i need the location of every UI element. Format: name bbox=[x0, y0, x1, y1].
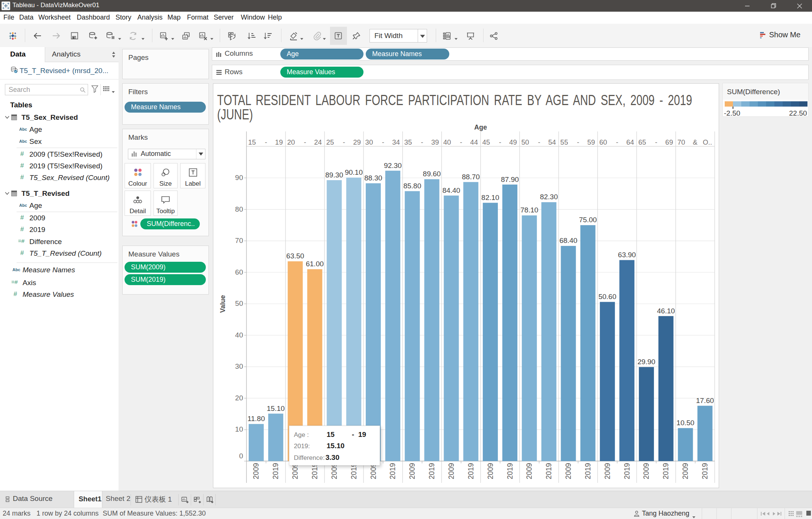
svg-text:2009: 2009 bbox=[525, 463, 533, 479]
svg-text:70: 70 bbox=[235, 237, 243, 244]
svg-text:30: 30 bbox=[365, 138, 373, 146]
svg-text:89.60: 89.60 bbox=[423, 170, 441, 178]
svg-text:-: - bbox=[577, 138, 579, 146]
svg-text:-: - bbox=[421, 138, 423, 146]
svg-text:Value: Value bbox=[219, 295, 227, 313]
svg-text:92.30: 92.30 bbox=[384, 162, 402, 169]
svg-text:60: 60 bbox=[235, 268, 243, 276]
svg-text:&: & bbox=[693, 138, 698, 146]
svg-text:82.10: 82.10 bbox=[481, 194, 499, 201]
svg-text:24: 24 bbox=[314, 138, 322, 146]
svg-text:54: 54 bbox=[548, 138, 556, 146]
svg-text:2019: 2019 bbox=[427, 463, 436, 479]
svg-text:63.90: 63.90 bbox=[618, 251, 636, 259]
svg-text:88.70: 88.70 bbox=[462, 173, 480, 181]
svg-text:89.30: 89.30 bbox=[325, 171, 344, 179]
svg-text:63.50: 63.50 bbox=[286, 252, 304, 260]
svg-text:68.40: 68.40 bbox=[560, 237, 578, 244]
svg-text:-: - bbox=[655, 138, 657, 146]
svg-text:2009: 2009 bbox=[681, 463, 689, 479]
svg-text:80: 80 bbox=[235, 205, 243, 213]
svg-text:Age: Age bbox=[474, 124, 487, 131]
svg-text:-: - bbox=[304, 138, 306, 146]
svg-text:49: 49 bbox=[509, 138, 517, 146]
svg-text:10: 10 bbox=[235, 425, 243, 433]
svg-text:29: 29 bbox=[353, 138, 361, 146]
svg-text:15.10: 15.10 bbox=[267, 405, 285, 412]
svg-text:65: 65 bbox=[639, 138, 646, 146]
svg-text:30: 30 bbox=[235, 362, 243, 370]
svg-text:78.10: 78.10 bbox=[520, 206, 538, 214]
svg-text:84.40: 84.40 bbox=[442, 186, 461, 194]
svg-text:50: 50 bbox=[521, 138, 529, 146]
svg-text:39: 39 bbox=[431, 138, 439, 146]
svg-text:2019: 2019 bbox=[661, 463, 670, 479]
svg-text:20: 20 bbox=[287, 138, 295, 146]
svg-text:34: 34 bbox=[392, 138, 400, 146]
svg-text:2019: 2019 bbox=[271, 463, 280, 479]
svg-text:69: 69 bbox=[665, 138, 673, 146]
svg-text:40: 40 bbox=[443, 138, 451, 146]
svg-text:35: 35 bbox=[404, 138, 412, 146]
svg-text:2019: 2019 bbox=[701, 463, 709, 479]
svg-text:46.10: 46.10 bbox=[657, 307, 675, 315]
svg-text:75.00: 75.00 bbox=[579, 216, 597, 224]
svg-text:-: - bbox=[538, 138, 540, 146]
svg-text:-: - bbox=[499, 138, 501, 146]
svg-text:82.30: 82.30 bbox=[540, 193, 558, 201]
svg-text:-: - bbox=[382, 138, 384, 146]
svg-text:61.00: 61.00 bbox=[306, 260, 324, 268]
svg-text:2019: 2019 bbox=[544, 463, 553, 479]
svg-text:-: - bbox=[343, 138, 345, 146]
svg-text:55: 55 bbox=[560, 138, 568, 146]
svg-text:70: 70 bbox=[677, 138, 685, 146]
svg-text:2009: 2009 bbox=[252, 463, 260, 479]
svg-text:-: - bbox=[460, 138, 462, 146]
svg-text:45: 45 bbox=[482, 138, 490, 146]
svg-text:15: 15 bbox=[248, 138, 256, 146]
svg-text:11.80: 11.80 bbox=[248, 415, 265, 423]
svg-text:10.50: 10.50 bbox=[677, 419, 695, 427]
svg-text:90: 90 bbox=[235, 174, 243, 182]
svg-text:40: 40 bbox=[235, 331, 243, 339]
svg-text:2019: 2019 bbox=[388, 463, 397, 479]
svg-text:2009: 2009 bbox=[486, 463, 494, 479]
svg-text:-: - bbox=[616, 138, 618, 146]
svg-text:2019: 2019 bbox=[467, 463, 475, 479]
svg-text:59: 59 bbox=[587, 138, 595, 146]
svg-text:2009: 2009 bbox=[642, 463, 650, 479]
svg-text:0: 0 bbox=[239, 452, 243, 460]
svg-text:2019: 2019 bbox=[506, 463, 514, 479]
svg-text:85.80: 85.80 bbox=[403, 182, 421, 190]
svg-text:60: 60 bbox=[599, 138, 607, 146]
svg-text:44: 44 bbox=[470, 138, 478, 146]
svg-text:20: 20 bbox=[235, 394, 243, 402]
svg-text:2019: 2019 bbox=[584, 463, 592, 479]
svg-text:50: 50 bbox=[235, 299, 243, 307]
svg-text:25: 25 bbox=[326, 138, 334, 146]
svg-text:50.60: 50.60 bbox=[598, 293, 616, 301]
svg-text:87.90: 87.90 bbox=[501, 176, 519, 183]
svg-text:29.90: 29.90 bbox=[637, 358, 655, 366]
svg-text:2009: 2009 bbox=[603, 463, 611, 479]
svg-text:2009: 2009 bbox=[447, 463, 455, 479]
svg-text:2019: 2019 bbox=[623, 463, 631, 479]
svg-text:-: - bbox=[265, 138, 267, 146]
svg-text:64: 64 bbox=[626, 138, 634, 146]
svg-text:19: 19 bbox=[275, 138, 283, 146]
svg-text:O..: O.. bbox=[703, 138, 712, 146]
svg-text:88.30: 88.30 bbox=[364, 174, 382, 182]
svg-text:17.60: 17.60 bbox=[696, 397, 714, 405]
svg-text:90.10: 90.10 bbox=[345, 168, 363, 176]
svg-text:2009: 2009 bbox=[408, 463, 416, 479]
svg-text:2009: 2009 bbox=[564, 463, 572, 479]
